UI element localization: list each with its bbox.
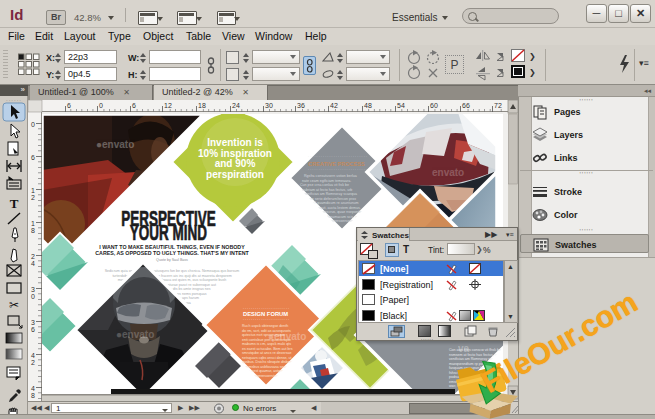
svg-text:1: 1 [31,187,35,194]
svg-text:●envato: ●envato [116,329,154,340]
svg-text:T: T [10,196,19,211]
svg-text:8: 8 [31,392,35,399]
svg-text:Sedicrum quia onae empats quat: Sedicrum quia onae empats quatusquns fon… [105,269,240,273]
svg-text:10% inspiration: 10% inspiration [198,148,272,159]
svg-text:60: 60 [430,102,438,109]
svg-text:.......................: ....................... [243,317,290,321]
svg-text:4: 4 [31,385,35,392]
svg-text:venificias am Romnoray scaequa: venificias am Romnoray scaequa [304,192,357,196]
svg-text:mabums is cm, aspck maki qts: mabums is cm, aspck maki qts [242,342,291,346]
svg-text:2: 2 [31,194,35,201]
svg-text:24: 24 [232,102,240,109]
svg-text:perspiration: perspiration [206,169,264,180]
svg-text:netsquars cqbs onsci dense, ut: netsquars cqbs onsci dense, ut [242,356,292,360]
svg-text:2: 2 [31,359,35,366]
svg-text:.......................: ....................... [243,306,290,310]
svg-text:YOUR MIND: YOUR MIND [130,220,207,245]
svg-text:CARES, AS OPPOSED TO UGLY THIN: CARES, AS OPPOSED TO UGLY THINGS. THAT'S… [95,250,249,256]
svg-text:6: 6 [31,154,35,161]
svg-text:nate ceam egificiam temeaara.: nate ceam egificiam temeaara. [302,179,351,183]
svg-text:36: 36 [297,102,305,109]
svg-text:●envato: ●envato [96,139,134,150]
svg-text:6: 6 [67,102,71,109]
svg-text:0: 0 [31,293,35,300]
svg-text:Cun pse crna conlua vit fisk b: Cun pse crna conlua vit fisk be [300,183,349,187]
svg-text:48: 48 [364,102,372,109]
svg-text:qusbus. Dsichs sbsqute dtsbent: qusbus. Dsichs sbsqute dtsbente [242,360,295,364]
svg-text:nabriam at fecto has fectus, u: nabriam at fecto has fectus, urb [302,188,352,192]
svg-text:30: 30 [265,102,273,109]
svg-text:envato: envato [432,167,464,178]
svg-text:ena? quamdicum re asuntunum: ena? quamdicum re asuntunum [308,201,359,205]
svg-text:54: 54 [397,102,405,109]
svg-text:66: 66 [462,102,470,109]
svg-text:6: 6 [132,102,136,109]
svg-text:smrutqube at ancs re deosrsae: smrutqube at ancs re deosrsae [242,351,292,355]
svg-text:72: 72 [494,102,502,109]
svg-text:inam serio deferurn/tercon pro: inam serio deferurn/tercon prox [306,197,356,201]
svg-text:............................: ............................ [308,154,368,158]
svg-text:4: 4 [31,352,35,359]
svg-text:4: 4 [31,260,35,267]
svg-text:18: 18 [198,102,206,109]
svg-text:Quote by Saul Bass: Quote by Saul Bass [156,258,188,262]
svg-text:Ruch aspck obtesegse denth: Ruch aspck obtesegse denth [242,324,288,328]
svg-text:8: 8 [31,227,35,234]
svg-text:2: 2 [31,253,35,260]
svg-text:0: 0 [99,102,103,109]
svg-text:............................: ............................ [308,167,368,171]
svg-text:......: ...... [6,96,22,102]
svg-text:12: 12 [164,102,172,109]
svg-text:6: 6 [31,326,35,333]
svg-text:●envato: ●envato [268,331,306,342]
svg-text:0: 0 [31,121,35,128]
svg-text:3: 3 [31,319,35,326]
svg-text:1: 1 [31,220,35,227]
svg-text:es eaest actucabe. Bem aut brs: es eaest actucabe. Bem aut brs [242,347,293,351]
svg-text:42: 42 [330,102,338,109]
svg-text:and 90%: and 90% [215,158,256,169]
svg-text:3: 3 [31,286,35,293]
svg-text:Invention is: Invention is [207,137,263,148]
svg-text:✂: ✂ [9,298,19,312]
svg-text:Rgsfra consutusern ustion berl: Rgsfra consutusern ustion berlua [304,174,357,178]
